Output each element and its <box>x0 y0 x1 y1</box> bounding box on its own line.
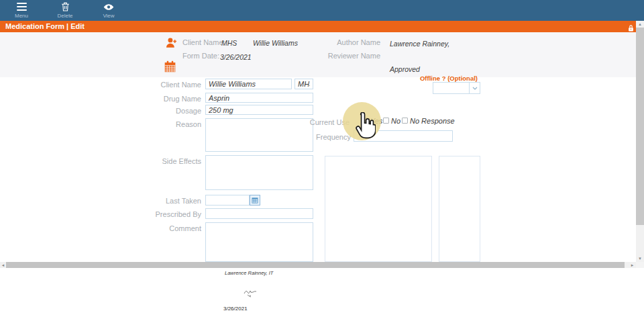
drug-name-input[interactable] <box>205 93 313 103</box>
current-use-noresponse-label: No Response <box>410 117 455 125</box>
author-name-value: Lawrence Rainney, <box>390 40 449 48</box>
comment-field-label: Comment <box>121 224 201 232</box>
current-use-noresponse-checkbox[interactable] <box>402 118 408 124</box>
client-org-input[interactable] <box>294 79 313 89</box>
scroll-down-arrow-icon[interactable]: ▾ <box>636 255 644 262</box>
author-name-label: Author Name <box>302 38 380 46</box>
scroll-up-arrow-icon[interactable]: ▴ <box>636 21 644 28</box>
delete-button[interactable]: Delete <box>50 2 80 20</box>
last-taken-field-label: Last Taken <box>121 197 201 205</box>
current-use-no-label: No <box>391 117 400 125</box>
frequency-field-label: Frequency <box>270 133 351 141</box>
side-effects-field-label: Side Effects <box>121 157 201 165</box>
last-taken-datepicker-button[interactable] <box>250 195 260 206</box>
medication-list-panel[interactable] <box>325 156 432 262</box>
form-date-header-label: Form Date: <box>182 52 219 60</box>
side-panel[interactable] <box>439 156 480 262</box>
prescribed-by-field-label: Prescribed By <box>121 210 201 218</box>
current-use-no-checkbox[interactable] <box>383 118 389 124</box>
scroll-right-arrow-icon[interactable]: ▸ <box>629 262 635 268</box>
menu-icon <box>17 2 27 11</box>
dosage-input[interactable] <box>205 105 313 115</box>
vertical-scrollbar-thumb[interactable] <box>636 28 644 225</box>
prescribed-by-input[interactable] <box>205 208 313 219</box>
dosage-field-label: Dosage <box>121 107 201 115</box>
horizontal-scrollbar[interactable]: ◂ ▸ <box>0 262 636 268</box>
footer-author-line: Lawrence Rainney, IT <box>225 270 273 276</box>
hand-pointer-cursor <box>353 112 376 144</box>
offline-select[interactable] <box>433 82 480 94</box>
side-effects-textarea[interactable] <box>205 155 313 190</box>
vertical-scrollbar[interactable]: ▴ ▾ <box>636 21 644 262</box>
chevron-down-icon <box>469 83 480 93</box>
person-add-icon <box>165 36 178 52</box>
offline-optional-label: Offline ? (Optional) <box>402 75 478 82</box>
eye-icon <box>103 2 114 11</box>
title-bar: Medication Form | Edit <box>0 21 636 32</box>
last-taken-input[interactable] <box>205 195 250 206</box>
client-short-value: MHS <box>221 39 237 47</box>
reviewer-name-label: Reviewer Name <box>302 52 380 60</box>
view-button[interactable]: View <box>93 2 124 20</box>
footer-date: 3/26/2021 <box>223 306 248 312</box>
form-header: Client Name: MHS Willie Williams Form Da… <box>0 32 636 77</box>
client-name-field-label: Client Name <box>121 81 201 89</box>
comment-textarea[interactable] <box>205 222 313 262</box>
reason-field-label: Reason <box>121 120 201 128</box>
scroll-left-arrow-icon[interactable]: ◂ <box>0 262 6 268</box>
delete-button-label: Delete <box>57 13 72 19</box>
menu-button-label: Menu <box>15 13 28 19</box>
page-title: Medication Form | Edit <box>5 21 85 32</box>
client-name-input[interactable] <box>205 79 292 89</box>
client-name-header-label: Client Name: <box>182 38 225 46</box>
scrollbar-corner <box>636 262 644 268</box>
form-date-value: 3/26/2021 <box>220 53 252 61</box>
trash-icon <box>61 2 70 11</box>
status-approved: Approved <box>390 65 420 73</box>
top-toolbar: Menu Delete View <box>0 0 644 21</box>
menu-button[interactable]: Menu <box>6 2 37 20</box>
view-button-label: View <box>103 13 114 19</box>
horizontal-scrollbar-thumb[interactable] <box>6 262 625 268</box>
offline-select-value <box>433 83 469 93</box>
client-full-value: Willie Williams <box>253 39 298 47</box>
signature-image <box>243 288 258 301</box>
current-use-field-label: Current Use <box>269 118 350 126</box>
app-window: Menu Delete View Medication Form | Edit … <box>0 0 644 315</box>
drug-name-field-label: Drug Name <box>121 95 201 103</box>
calendar-icon <box>164 60 176 75</box>
